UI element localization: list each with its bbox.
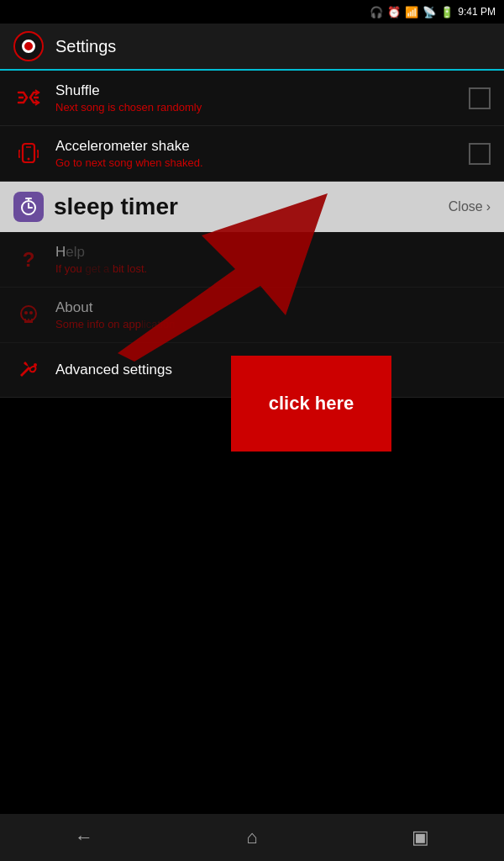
back-button[interactable]: ← [59, 821, 109, 854]
sleep-timer-label: sleep timer [54, 193, 449, 220]
shuffle-text: Shuffle Next song is chosen randomly [55, 82, 469, 114]
close-label: Close [449, 199, 483, 214]
click-here-label: click here [269, 393, 354, 415]
shuffle-checkbox[interactable] [469, 87, 491, 109]
shake-icon-container [13, 139, 44, 169]
settings-item-shuffle[interactable]: Shuffle Next song is chosen randomly [0, 71, 504, 126]
app-bar: Settings [0, 24, 504, 71]
back-icon: ← [75, 827, 93, 848]
help-title: Help [55, 244, 491, 261]
shuffle-icon-container [13, 83, 44, 114]
about-subtitle: Some info on application [55, 318, 491, 330]
svg-point-4 [28, 157, 30, 160]
battery-icon: 🔋 [440, 6, 454, 18]
help-subtitle: If you get a bit lost. [55, 262, 491, 275]
signal-icon: 📡 [423, 6, 436, 18]
hammer-sickle-icon [17, 358, 40, 382]
settings-item-accelerometer[interactable]: Accelerometer shake Go to next song when… [0, 126, 504, 182]
svg-point-14 [34, 363, 37, 367]
settings-item-help[interactable]: ? Help If you get a bit lost. [0, 232, 504, 288]
hammer-sickle-icon-container [13, 355, 44, 385]
alarm-icon: ⏰ [387, 6, 401, 18]
wifi-icon: 📶 [405, 6, 418, 18]
question-icon-container: ? [13, 245, 44, 275]
accelerometer-text: Accelerometer shake Go to next song when… [55, 138, 469, 169]
app-logo [13, 31, 44, 61]
about-text: About Some info on application [55, 299, 491, 330]
accelerometer-title: Accelerometer shake [55, 138, 469, 155]
accelerometer-checkbox[interactable] [469, 143, 491, 165]
page-title: Settings [55, 37, 116, 56]
nav-bar: ← ⌂ ▣ [0, 814, 504, 861]
shuffle-subtitle: Next song is chosen randomly [55, 101, 469, 114]
recent-icon: ▣ [412, 827, 429, 848]
skull-icon [18, 304, 39, 326]
app-logo-inner [22, 40, 35, 53]
home-button[interactable]: ⌂ [227, 821, 277, 854]
status-bar: 🎧 ⏰ 📶 📡 🔋 9:41 PM [0, 0, 504, 24]
sleep-timer-banner[interactable]: sleep timer Close › [0, 182, 504, 232]
svg-point-11 [24, 311, 28, 314]
timer-icon [18, 197, 39, 217]
shuffle-title: Shuffle [55, 82, 469, 99]
accelerometer-subtitle: Go to next song when shaked. [55, 156, 469, 169]
shake-icon [18, 142, 39, 166]
click-here-button[interactable]: click here [231, 356, 391, 452]
shuffle-icon [17, 89, 40, 108]
recent-button[interactable]: ▣ [395, 821, 445, 854]
question-icon: ? [23, 248, 35, 272]
close-button[interactable]: Close › [449, 199, 491, 214]
about-title: About [55, 299, 491, 316]
svg-point-12 [29, 311, 33, 314]
status-icons: 🎧 ⏰ 📶 📡 🔋 9:41 PM [370, 6, 496, 18]
skull-icon-container [13, 300, 44, 330]
headphone-icon: 🎧 [370, 6, 383, 18]
settings-item-about[interactable]: About Some info on application [0, 288, 504, 343]
settings-list: Shuffle Next song is chosen randomly Acc… [0, 71, 504, 398]
chevron-right-icon: › [486, 199, 491, 214]
home-icon: ⌂ [246, 827, 257, 848]
sleep-timer-icon [13, 192, 44, 222]
help-text: Help If you get a bit lost. [55, 244, 491, 275]
time-display: 9:41 PM [458, 6, 496, 18]
